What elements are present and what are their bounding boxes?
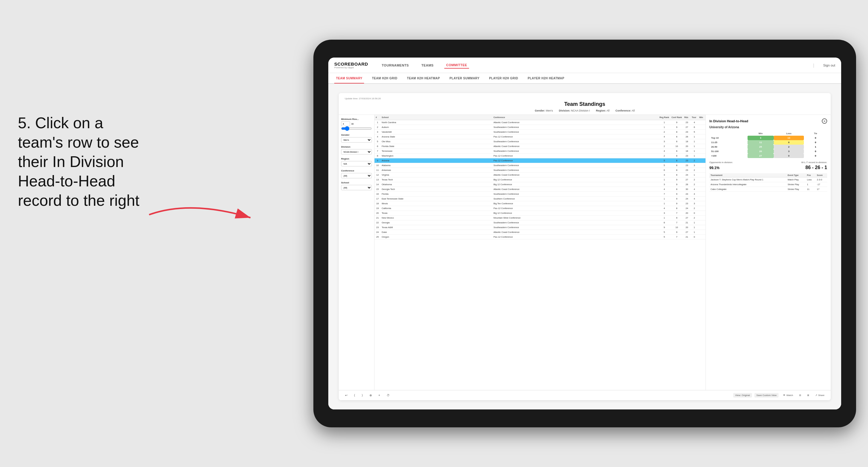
main-content: Update time: 27/03/2024 16:56:26 Team St… [328, 84, 841, 409]
min-rounds-input[interactable] [341, 121, 350, 126]
table-header-row: # School Conference Reg Rank Conf Rank R… [374, 115, 706, 120]
record-row: 99.1% 86 - 26 - 1 [709, 165, 827, 170]
col-school: School [380, 115, 492, 120]
save-custom-button[interactable]: Save Custom View [754, 393, 779, 398]
table-row[interactable]: 14 Oklahoma Big 12 Conference 3 9 26 2 [374, 182, 706, 187]
logo-title: SCOREBOARD [334, 62, 368, 66]
table-row[interactable]: 25 Oregon Pac-12 Conference 5 7 21 0 [374, 235, 706, 240]
clock-button[interactable]: ⏱ [385, 393, 392, 398]
min-rounds-slider[interactable] [341, 127, 372, 130]
sign-out-link[interactable]: Sign out [823, 64, 835, 67]
col-rank: # [374, 115, 380, 120]
undo-button[interactable]: ↩ [343, 393, 349, 398]
panel-header: Update time: 27/03/2024 16:56:26 Team St… [339, 93, 831, 115]
undo-icon: ↩ [345, 394, 347, 397]
sub-nav-player-h2h-heatmap[interactable]: PLAYER H2H HEATMAP [526, 73, 566, 83]
filter-row: Gender: Men's Division: NCAA Division I … [345, 109, 825, 112]
table-row[interactable]: 6 Florida State Atlantic Coast Conferenc… [374, 144, 706, 149]
table-row[interactable]: 15 Georgia Tech Atlantic Coast Conferenc… [374, 187, 706, 192]
wlt-label: W-L-T record in-division: [801, 161, 827, 164]
conference-select[interactable]: (All) [341, 173, 372, 178]
school-select[interactable]: (All) [341, 185, 372, 190]
logo-area: SCOREBOARD Powered by clippd [334, 62, 368, 69]
gender-select[interactable]: Men's [341, 137, 372, 143]
table-row[interactable]: 5 Ole Miss Southeastern Conference 3 6 1… [374, 139, 706, 144]
step-back-button[interactable]: ⟨ [352, 393, 357, 398]
save-custom-label: Save Custom View [756, 394, 776, 397]
table-row[interactable]: 21 New Mexico Mountain West Conference 1… [374, 216, 706, 220]
view-original-button[interactable]: View: Original [733, 393, 752, 398]
add-button[interactable]: + [376, 393, 382, 398]
division-select[interactable]: NCAA Division I [341, 149, 372, 154]
step-forward-button[interactable]: ⟩ [360, 393, 365, 398]
table-row[interactable]: 9 Arizona Pac-12 Conference 5 8 23 2 [374, 158, 706, 163]
sub-nav-player-h2h-grid[interactable]: PLAYER H2H GRID [487, 73, 520, 83]
view-original-label: View: Original [735, 394, 750, 397]
col-win: Win [698, 115, 706, 120]
min-rounds-group: Minimum Rou... 30 [341, 118, 372, 131]
h2h-panel: In Division Head-to-Head ✕ University of… [706, 115, 831, 390]
gender-filter-display: Gender: Men's [535, 109, 553, 112]
table-row[interactable]: 8 Washington Pac-12 Conference 2 8 23 1 [374, 154, 706, 158]
tournament-table: Tournament Event Type Pos Score Jackson … [709, 173, 827, 192]
table-row[interactable]: 10 Alabama Southeastern Conference 5 8 2… [374, 163, 706, 168]
nav-tournaments[interactable]: TOURNAMENTS [380, 62, 411, 68]
t-col-type: Event Type [786, 173, 806, 178]
standings-table: # School Conference Reg Rank Conf Rank R… [374, 115, 706, 240]
table-row[interactable]: 7 Tennessee Southeastern Conference 4 6 … [374, 149, 706, 154]
tournament-row: Cabo Collegiate Stroke Play 11 17 [709, 187, 827, 192]
col-conf-rank: Conf Rank [670, 115, 683, 120]
region-filter-group: Region N/A [341, 157, 372, 166]
table-row[interactable]: 13 Texas Tech Big 12 Conference 1 9 27 2 [374, 178, 706, 182]
tournament-row: Arizona Thunderbirds Intercollegiate Str… [709, 182, 827, 187]
tablet-device: SCOREBOARD Powered by clippd TOURNAMENTS… [313, 40, 856, 427]
copy-button[interactable]: ⊕ [367, 393, 374, 398]
h2h-row: Top 10 3 13 0 [709, 136, 827, 140]
table-row[interactable]: 11 Arkansas Southeastern Conference 6 8 … [374, 168, 706, 173]
table-row[interactable]: 12 Virginia Atlantic Coast Conference 3 … [374, 173, 706, 178]
nav-bar: SCOREBOARD Powered by clippd TOURNAMENTS… [328, 58, 841, 73]
col-conference: Conference [492, 115, 658, 120]
table-row[interactable]: 4 Arizona State Pac-12 Conference 4 6 26… [374, 134, 706, 139]
sub-nav-team-summary[interactable]: TEAM SUMMARY [334, 73, 364, 84]
table-row[interactable]: 3 Vanderbilt Southeastern Conference 2 8… [374, 130, 706, 134]
conference-filter-display: Conference: All [615, 109, 635, 112]
update-time: Update time: 27/03/2024 16:56:26 [345, 97, 825, 100]
table-row[interactable]: 17 East Tennessee State Southern Confere… [374, 196, 706, 201]
table-row[interactable]: 16 Florida Southeastern Conference 7 9 2… [374, 192, 706, 196]
layout-button[interactable]: ⊞ [805, 393, 811, 398]
close-button[interactable]: ✕ [822, 118, 827, 124]
sub-nav: TEAM SUMMARY TEAM H2H GRID TEAM H2H HEAT… [328, 73, 841, 84]
table-row[interactable]: 20 Texas Big 12 Conference 3 7 20 0 [374, 211, 706, 216]
table-row[interactable]: 22 Georgia Southeastern Conference 8 7 2… [374, 220, 706, 225]
t-col-pos: Pos [806, 173, 815, 178]
more-options-button[interactable]: ⊟ [797, 393, 803, 398]
share-button[interactable]: ↗ Share [813, 393, 827, 398]
table-row[interactable]: 2 Auburn Southeastern Conference 1 9 27 … [374, 125, 706, 130]
arrow-graphic [146, 197, 266, 242]
gender-filter-group: Gender Men's [341, 134, 372, 143]
table-row[interactable]: 18 Illinois Big Ten Conference 1 9 23 3 [374, 201, 706, 206]
table-row[interactable]: 24 Duke Atlantic Coast Conference 5 9 27… [374, 230, 706, 235]
school-filter-group: School (All) [341, 181, 372, 190]
table-row[interactable]: 1 North Carolina Atlantic Coast Conferen… [374, 120, 706, 125]
h2h-col-tie: Tie [804, 131, 827, 136]
sub-nav-team-h2h-grid[interactable]: TEAM H2H GRID [370, 73, 399, 83]
tournament-row: Jackson T. Stephens Cup Men's Match-Play… [709, 178, 827, 182]
h2h-col-win: Win [747, 131, 774, 136]
sub-nav-team-h2h-heatmap[interactable]: TEAM H2H HEATMAP [405, 73, 442, 83]
table-row[interactable]: 23 Texas A&M Southeastern Conference 9 1… [374, 225, 706, 230]
tablet-screen: SCOREBOARD Powered by clippd TOURNAMENTS… [328, 58, 841, 409]
outer-container: 5. Click on a team's row to see their In… [0, 0, 868, 467]
sub-nav-player-summary[interactable]: PLAYER SUMMARY [447, 73, 481, 83]
left-filters-panel: Minimum Rou... 30 Gender Men's [339, 115, 374, 390]
table-row[interactable]: 19 California Pac-12 Conference 4 8 24 2 [374, 206, 706, 211]
division-filter-display: Division: NCAA Division I [559, 109, 590, 112]
h2h-header: In Division Head-to-Head ✕ [709, 118, 827, 124]
h2h-row: 51-100 20 3 0 [709, 149, 827, 154]
region-filter-display: Region: All [596, 109, 610, 112]
nav-committee[interactable]: COMMITTEE [444, 62, 469, 69]
watch-button[interactable]: 👁 Watch [781, 393, 795, 398]
region-select[interactable]: N/A [341, 161, 372, 166]
nav-teams[interactable]: TEAMS [420, 62, 435, 68]
